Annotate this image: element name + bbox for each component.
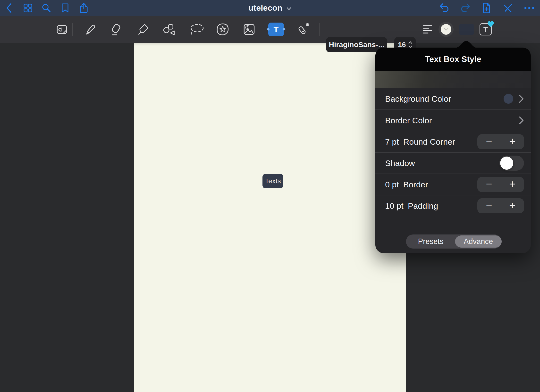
back-button[interactable] [2,0,16,16]
pencil-x-button[interactable] [501,0,515,16]
text-box-object[interactable]: Texts [262,174,283,188]
toolbar-divider [72,23,73,36]
shapes-icon [162,23,176,36]
search-button[interactable] [40,0,53,16]
text-box-style-button[interactable]: T [480,16,492,43]
chevron-right-icon [519,116,524,125]
edit-mode-tool[interactable] [56,16,68,43]
pen-icon [84,23,96,36]
panel-preview-area [375,71,531,88]
navbar: utelecon [0,0,540,16]
add-page-button[interactable] [480,0,493,16]
undo-button[interactable] [438,0,451,16]
panel-footer-segmented: Presets Advance [406,234,502,249]
pen-tool[interactable] [84,16,96,43]
textbox-background-button[interactable] [459,16,474,43]
pencil-x-icon [503,3,513,13]
highlighter-tool[interactable] [137,16,149,43]
border-stepper: − + [477,177,524,192]
align-left-icon [423,25,433,34]
eraser-icon [110,23,123,36]
text-tool-right-handle [282,28,286,31]
row-border-width: 0 pt Border − + [375,174,531,195]
more-button[interactable] [523,0,536,16]
round-corner-minus-button[interactable]: − [477,134,501,149]
text-tool-left-handle [267,28,270,31]
image-tool[interactable] [243,16,255,43]
heart-badge-icon [487,21,494,27]
edit-mode-icon [56,23,68,36]
bookmark-button[interactable] [58,0,72,16]
text-color-swatch [441,24,451,35]
share-button[interactable] [77,0,91,16]
border-minus-button[interactable]: − [477,177,501,192]
share-icon [79,2,88,14]
font-family-value: HiraginoSans-... [329,41,384,49]
padding-value: 10 pt [385,201,404,211]
padding-minus-button[interactable]: − [477,198,501,213]
grid-icon [24,4,32,12]
border-plus-button[interactable]: + [501,177,524,192]
chevron-right-icon [519,94,524,103]
redo-icon [460,3,471,13]
shapes-tool[interactable] [162,16,176,43]
text-color-button[interactable] [441,16,451,43]
panel-rows: Background Color Border Color 7 pt Round… [375,88,531,216]
laser-pointer-tool[interactable] [296,16,310,43]
text-style-icon: T [480,23,492,35]
undo-icon [439,3,450,13]
document-title: utelecon [248,3,282,13]
text-tool-selected-icon: T [268,23,284,36]
background-color-swatch [504,94,513,104]
text-tool-letter: T [274,25,279,34]
panel-title: Text Box Style [375,48,531,71]
chevron-down-icon [286,7,292,11]
round-corner-plus-button[interactable]: + [501,134,524,149]
lasso-tool[interactable] [189,16,204,43]
advance-tab[interactable]: Advance [455,234,502,249]
updown-chevrons-icon [408,41,412,48]
presets-tab[interactable]: Presets [406,234,456,249]
app-screen: utelecon [0,0,540,392]
bookmark-icon [61,3,69,13]
border-value: 0 pt [385,180,399,189]
row-label: Border [403,180,428,189]
textbox-background-swatch [459,24,474,35]
row-border-color[interactable]: Border Color [375,109,531,131]
padding-stepper: − + [477,198,524,213]
row-label: Padding [408,201,438,211]
row-round-corner: 7 pt Round Corner − + [375,131,531,152]
advance-label: Advance [464,237,493,246]
document-title-button[interactable]: utelecon [247,0,293,16]
image-icon [243,23,255,36]
padding-plus-button[interactable]: + [501,198,524,213]
row-label: Shadow [385,158,415,168]
sticker-icon [216,23,229,36]
shadow-toggle[interactable] [499,156,524,171]
redo-button[interactable] [458,0,472,16]
popover-arrow [455,41,477,48]
row-label: Round Corner [403,137,455,147]
toolbar-divider [319,23,320,36]
highlighter-icon [137,23,149,36]
sticker-tool[interactable] [216,16,229,43]
row-background-color[interactable]: Background Color [375,88,531,109]
text-align-button[interactable] [423,16,433,43]
thumbnails-button[interactable] [21,0,35,16]
search-icon [42,3,51,13]
tools-toolbar: T HiraginoSans-... 16 [0,16,540,43]
text-box-style-panel: Text Box Style Background Color Border C… [375,48,531,253]
row-label: Border Color [385,116,432,125]
row-shadow: Shadow [375,152,531,174]
row-label: Background Color [385,94,451,104]
row-padding: 10 pt Padding − + [375,195,531,216]
back-chevron-icon [6,3,12,13]
round-corner-stepper: − + [477,134,524,149]
laser-pointer-icon [296,23,310,36]
eraser-tool[interactable] [110,16,123,43]
toggle-knob [500,157,513,170]
lasso-icon [189,23,204,36]
add-page-icon [482,2,491,14]
round-corner-value: 7 pt [385,137,399,147]
text-tool[interactable]: T [268,16,284,43]
